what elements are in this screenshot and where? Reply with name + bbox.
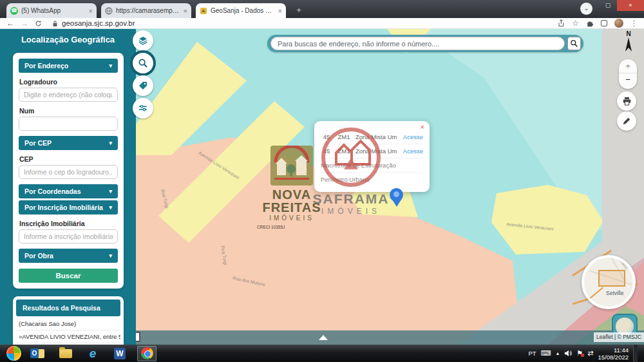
taskbar-icons: e W [6, 346, 156, 361]
popup-close-icon[interactable]: × [421, 123, 424, 131]
chevron-down-icon: ▾ [109, 204, 112, 211]
start-button[interactable] [6, 346, 21, 361]
result-item[interactable]: (Chacaras Sao Jose) [16, 318, 120, 330]
close-button[interactable]: × [617, 0, 644, 11]
tab-close-icon[interactable]: × [184, 7, 187, 15]
menu-kebab-icon[interactable]: ⋮ [630, 19, 638, 28]
cep-input[interactable] [19, 165, 118, 179]
map-tool-buttons [133, 30, 155, 120]
chrome-icon [141, 347, 153, 359]
map-search-input[interactable] [270, 37, 565, 50]
bottom-checkbox[interactable] [136, 332, 140, 342]
language-indicator[interactable]: PT [528, 350, 536, 357]
zoom-out-button[interactable]: − [619, 73, 637, 88]
minimap-extent-box [598, 270, 625, 287]
tag-button[interactable] [133, 75, 153, 96]
taskbar-ie[interactable]: e [83, 346, 102, 361]
screen: ☎ (5) WhatsApp × https://camarasempapel.… [0, 0, 644, 362]
tab-close-icon[interactable]: × [89, 7, 93, 15]
extensions-puzzle-icon[interactable] [586, 19, 594, 27]
buscar-button[interactable]: Buscar [19, 269, 118, 283]
url-text: geosanja.sjc.sp.gov.br [62, 19, 135, 27]
tab-whatsapp[interactable]: ☎ (5) WhatsApp × [6, 3, 97, 18]
pencil-icon [622, 117, 631, 126]
north-arrow-icon [625, 37, 632, 53]
search-icon [570, 39, 578, 48]
map-canvas[interactable]: Avenida Livio Veneziani Rua Turgi Rua Tu… [136, 29, 644, 345]
speaker-icon[interactable] [564, 350, 572, 357]
tab-close-icon[interactable]: × [278, 7, 282, 15]
accordion-por-cep[interactable]: Por CEP ▾ [19, 136, 118, 150]
watermark-saframa: SAFRAMA IMÓVEIS [299, 127, 402, 216]
profile-avatar[interactable] [614, 19, 623, 28]
whatsapp-icon: ☎ [10, 7, 18, 15]
show-desktop-button[interactable] [633, 345, 638, 362]
saframa-subtitle: IMÓVEIS [299, 207, 402, 216]
bottom-panel-bar[interactable] [136, 330, 644, 345]
layers-button[interactable] [133, 30, 153, 51]
result-item[interactable]: »AVENIDA LIVIO VENEZIANI, entre 51 e 81 [16, 330, 120, 343]
accordion-por-coordenadas[interactable]: Por Coordenadas ▾ [19, 184, 118, 198]
compass-n-label: N [622, 30, 635, 37]
compass-control: N [622, 30, 635, 55]
bookmark-star-icon[interactable]: ☆ [572, 19, 579, 28]
taskbar-word[interactable]: W [110, 346, 129, 361]
accordion-por-obra[interactable]: Por Obra ▾ [19, 249, 118, 263]
folder-icon [59, 349, 72, 358]
tray-time: 11:44 [598, 347, 629, 354]
minimize-button[interactable]: – [581, 0, 599, 11]
map-search-button[interactable] [567, 37, 581, 50]
reading-list-icon[interactable] [601, 20, 607, 26]
chevron-down-icon: ▾ [109, 62, 112, 69]
maximize-button[interactable]: ▢ [599, 0, 617, 11]
sync-icon[interactable]: ⇄ [587, 350, 593, 357]
accordion-por-inscricao[interactable]: Por Inscrição Imobiliária ▾ [19, 200, 118, 214]
share-icon[interactable] [557, 19, 565, 27]
num-input[interactable] [19, 117, 118, 131]
zone-acesse-link[interactable]: Acesse [403, 133, 423, 140]
expand-up-icon[interactable] [319, 335, 328, 340]
inscricao-group: Inscrição Imobiliária [19, 220, 118, 243]
search-tool-button[interactable] [133, 53, 153, 73]
tab-title: https://camarasempapel.camara [116, 7, 180, 14]
keyboard-icon[interactable]: ⌨ [541, 350, 551, 357]
browser-toolbar: ← → geosanja.sjc.sp.gov.br ☆ ⋮ [0, 18, 644, 29]
logradouro-group: Logradouro [19, 78, 118, 102]
zone-acesse-link[interactable]: Acesse [403, 148, 423, 155]
saframa-logo [321, 127, 381, 187]
nova-creci: CRECI 10355J [253, 225, 330, 229]
back-button[interactable]: ← [6, 18, 14, 28]
new-tab-button[interactable]: + [293, 5, 305, 16]
minimap[interactable]: Via Camb Setville [582, 255, 636, 309]
taskbar-outlook[interactable] [29, 346, 48, 361]
hidden-icons-arrow[interactable]: ▲ [555, 350, 560, 357]
map-search-bar [267, 35, 583, 52]
taskbar-chrome[interactable] [137, 346, 156, 361]
logradouro-input[interactable] [19, 88, 118, 102]
results-title: Resultados da Pesquisa [16, 300, 120, 316]
accordion-label: Por Inscrição Imobiliária [24, 204, 103, 211]
print-button[interactable] [617, 91, 636, 111]
forward-button[interactable]: → [21, 18, 28, 28]
tag-icon [138, 81, 148, 91]
window-controls: – ▢ × [581, 0, 644, 11]
system-tray: PT ⌨ ▲ ⚑ ⇄ 11:44 15/08/2022 [528, 345, 644, 362]
filters-button[interactable] [133, 98, 153, 119]
reload-button[interactable] [35, 20, 42, 27]
cep-group: CEP [19, 155, 118, 179]
layers-icon [138, 35, 148, 46]
url-bar[interactable]: geosanja.sjc.sp.gov.br [52, 19, 135, 27]
action-center-flag-icon[interactable]: ⚑ [576, 350, 583, 357]
search-icon [138, 58, 148, 68]
tab-geosanja[interactable]: GeoSanja - Dados Geográficos × [196, 3, 286, 18]
cep-label: CEP [19, 155, 118, 163]
tray-clock[interactable]: 11:44 15/08/2022 [598, 347, 629, 361]
accordion-por-endereco[interactable]: Por Endereço ▾ [19, 59, 118, 73]
tab-camarasempapel[interactable]: https://camarasempapel.camara × [101, 3, 191, 18]
draw-button[interactable] [617, 111, 636, 131]
inscricao-input[interactable] [19, 229, 118, 243]
zoom-in-button[interactable]: + [619, 59, 637, 73]
map-attribution: Leaflet | © PMSJC [594, 332, 644, 342]
accordion-label: Por CEP [24, 139, 52, 147]
taskbar-explorer[interactable] [56, 346, 75, 361]
